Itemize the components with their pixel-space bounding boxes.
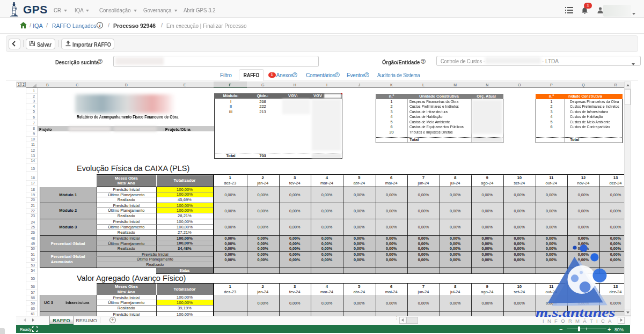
svg-text:m.s.antunes: m.s.antunes [536,306,615,320]
